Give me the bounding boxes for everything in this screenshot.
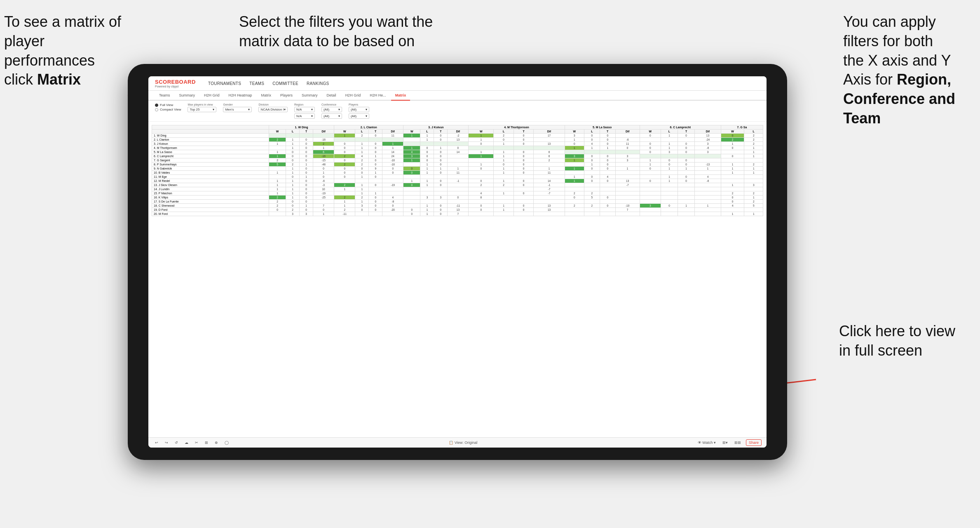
region-filter: Region N/A▾ N/A▾ <box>294 103 315 119</box>
toolbar-left: ↩ ↪ ↺ ☁ ✂ ⊞ ⊕ ◯ <box>153 440 230 446</box>
logo-text: SCOREBOARD <box>155 79 196 85</box>
view-options: Full View Compact View <box>155 103 181 111</box>
toolbar-grid[interactable]: ⊞ <box>203 440 210 446</box>
toolbar-circle[interactable]: ◯ <box>223 440 230 446</box>
table-row: 20. M Ford 331 -11 0107 11 <box>152 212 763 216</box>
share-btn[interactable]: Share <box>746 439 762 446</box>
full-view-radio <box>155 104 158 107</box>
annotation-line2: player performances <box>4 33 95 69</box>
layout-btn[interactable]: ⊞▾ <box>721 440 729 446</box>
annotation-bottom-right: Click here to view in full screen <box>839 322 955 361</box>
tab-summary-1[interactable]: Summary <box>175 91 199 101</box>
toolbar-scissors[interactable]: ✂ <box>193 440 200 446</box>
logo-sub: Powered by clippd <box>155 85 196 88</box>
tab-h2h-grid-2[interactable]: H2H Grid <box>341 91 365 101</box>
matrix-content: 1. W Ding 2. L Clanton 3. J Koivun 4. M … <box>148 122 767 437</box>
fullscreen-btn[interactable]: ⊞⊞ <box>733 440 743 446</box>
filter-bar: Full View Compact View Max players in vi… <box>148 101 767 122</box>
toolbar-undo[interactable]: ↩ <box>153 440 160 446</box>
max-players-select[interactable]: Top 25▾ <box>188 107 216 112</box>
view-original-btn[interactable]: 📋 View: Original <box>447 440 479 446</box>
region-select-1[interactable]: N/A▾ <box>294 107 315 112</box>
table-row: 4. M Thorbjornsen 101 0101 1010 1110 010… <box>152 146 763 150</box>
gender-filter: Gender Men's▾ <box>223 103 252 112</box>
tablet-screen: SCOREBOARD Powered by clippd TOURNAMENTS… <box>148 76 767 448</box>
table-row: 8. P Summerhays 521-48 220-16 10 100 10 … <box>152 163 763 167</box>
nav-committee[interactable]: COMMITTEE <box>272 81 298 86</box>
division-filter: Division NCAA Division I▾ <box>258 103 287 112</box>
players-select-2[interactable]: (All)▾ <box>349 113 369 119</box>
watch-btn[interactable]: 👁 Watch ▾ <box>696 440 717 446</box>
table-row: 2. L Clanton 210-16 1013 100 100-6 -24 2… <box>152 138 763 142</box>
tab-summary-2[interactable]: Summary <box>298 91 322 101</box>
tab-detail[interactable]: Detail <box>323 91 340 101</box>
nav-rankings[interactable]: RANKINGS <box>307 81 329 86</box>
bottom-toolbar: ↩ ↪ ↺ ☁ ✂ ⊞ ⊕ ◯ 📋 View: Original 👁 Watch… <box>148 437 767 448</box>
col-header-5: 5. M La Sasso <box>565 125 640 130</box>
nav-tournaments[interactable]: TOURNAMENTS <box>208 81 241 86</box>
annotation-center-line2: matrix data to be based on <box>239 33 415 50</box>
division-select[interactable]: NCAA Division I▾ <box>258 107 287 112</box>
tablet-device: SCOREBOARD Powered by clippd TOURNAMENTS… <box>128 64 787 460</box>
table-row: 10. B Valdes 1101 0010 01011 1011 11 <box>152 171 763 175</box>
nav-links: TOURNAMENTS TEAMS COMMITTEE RANKINGS <box>208 81 329 86</box>
table-row: 13. J Skov Olesen 110-3 210-19 010 220-1… <box>152 183 763 187</box>
annotation-top-left: To see a matrix of player performances c… <box>4 12 136 90</box>
table-row: 15. P Maichon 110-19 11 410-7 22 22 <box>152 191 763 196</box>
conference-select-2[interactable]: (All)▾ <box>321 113 342 119</box>
table-row: 11. M Ege 010 010 104 104 <box>152 175 763 179</box>
annotation-top-center: Select the filters you want the matrix d… <box>239 12 433 51</box>
tab-players[interactable]: Players <box>276 91 297 101</box>
tab-h2h-heatmap[interactable]: H2H Heatmap <box>225 91 256 101</box>
nav-teams[interactable]: TEAMS <box>249 81 264 86</box>
table-row: 5. M La Sasso 1006 01014 40014 1106 0303… <box>152 150 763 154</box>
table-row: 6. C Lamprecht 100-16 24124 300 1106 300… <box>152 154 763 158</box>
table-row: 16. K Vilips 210-25 2204 330 8 050 01 <box>152 196 763 200</box>
table-row: 14. J Lundin 11010 11 -7 <box>152 187 763 191</box>
annotation-center-line1: Select the filters you want the <box>239 13 433 30</box>
gender-select[interactable]: Men's▾ <box>223 107 252 112</box>
conference-select-1[interactable]: (All)▾ <box>321 107 342 112</box>
full-view-option[interactable]: Full View <box>155 103 181 107</box>
col-header-3: 3. J Koivun <box>403 125 469 130</box>
toolbar-settings[interactable]: ⊕ <box>213 440 220 446</box>
tab-matrix-active[interactable]: Matrix <box>391 91 410 101</box>
toolbar-right: 👁 Watch ▾ ⊞▾ ⊞⊞ Share <box>696 439 762 446</box>
table-row: 9. N Gabrelcik 100 0090 0111 0101 1001 0… <box>152 167 763 171</box>
col-header-2: 2. L Clanton <box>334 125 403 130</box>
matrix-table: 1. W Ding 2. L Clanton 3. J Koivun 4. M … <box>152 125 763 216</box>
annotation-top-right: You can apply filters for both the X axi… <box>843 12 955 128</box>
annotation-line1: To see a matrix of <box>4 13 121 30</box>
toolbar-cloud[interactable]: ☁ <box>183 440 190 446</box>
players-select-1[interactable]: (All)▾ <box>349 107 369 112</box>
players-filter: Players (All)▾ (All)▾ <box>349 103 369 119</box>
col-header-6: 6. C Lamprecht <box>640 125 721 130</box>
compact-view-option[interactable]: Compact View <box>155 108 181 111</box>
tab-teams[interactable]: Teams <box>155 91 174 101</box>
tab-matrix-1[interactable]: Matrix <box>257 91 276 101</box>
table-row: 18. C Sherwood 2017 1300 10-11 01013 220… <box>152 204 763 208</box>
table-row: 3. J Koivun 1102 0101 01013 04011 0103 1… <box>152 142 763 146</box>
max-players-filter: Max players in view Top 25▾ <box>188 103 216 112</box>
toolbar-refresh[interactable]: ↺ <box>173 440 180 446</box>
conference-filter: Conference (All)▾ (All)▾ <box>321 103 342 119</box>
top-nav: SCOREBOARD Powered by clippd TOURNAMENTS… <box>148 76 767 91</box>
table-row: 12. M Riedel 110-6 110-1 01014 10013 010… <box>152 179 763 183</box>
table-row: 19. D Ford 0200 200-20 01013 01013 7 <box>152 208 763 212</box>
compact-view-radio <box>155 108 158 111</box>
tab-h2h-he[interactable]: H2H He... <box>366 91 390 101</box>
table-row: 1. W Ding 12011 110-2 12017 300 01013 02 <box>152 134 763 138</box>
col-header-1: 1. W Ding <box>269 125 334 130</box>
toolbar-redo[interactable]: ↪ <box>163 440 170 446</box>
toolbar-center: 📋 View: Original <box>447 440 479 446</box>
region-select-2[interactable]: N/A▾ <box>294 113 315 119</box>
tab-h2h-grid-1[interactable]: H2H Grid <box>200 91 224 101</box>
col-header-7: 7. G Sa <box>721 125 763 130</box>
logo-area: SCOREBOARD Powered by clippd <box>155 79 196 88</box>
table-row: 7. G Sargent 200-15 020-16 100 102 1003 … <box>152 158 763 163</box>
table-row: 17. S De La Fuente 200 110-8 02 <box>152 200 763 204</box>
sub-nav: Teams Summary H2H Grid H2H Heatmap Matri… <box>148 91 767 101</box>
matrix-header-empty <box>152 125 269 130</box>
sub-header-empty <box>152 130 269 134</box>
annotation-line3: click Matrix <box>4 71 81 88</box>
